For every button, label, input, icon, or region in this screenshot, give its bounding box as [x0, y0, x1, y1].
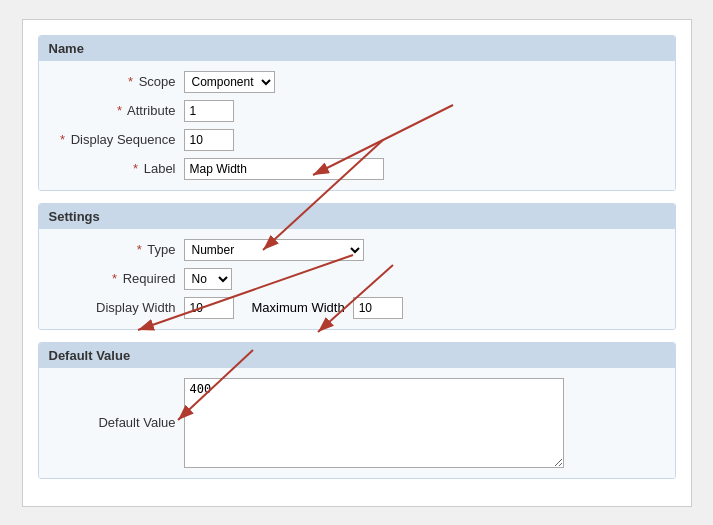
- attribute-required-star: *: [117, 103, 122, 118]
- default-value-row: Default Value 400: [54, 378, 660, 468]
- attribute-row: * Attribute: [54, 100, 660, 122]
- name-section: Name * Scope Component Global * Attribut…: [38, 35, 676, 191]
- display-width-input[interactable]: [184, 297, 234, 319]
- widths-group: Maximum Width: [184, 297, 403, 319]
- label-row: * Label: [54, 158, 660, 180]
- scope-required-star: *: [128, 74, 133, 89]
- name-section-header: Name: [39, 36, 675, 61]
- settings-section-header: Settings: [39, 204, 675, 229]
- type-label: * Type: [54, 242, 184, 257]
- display-sequence-label: * Display Sequence: [54, 132, 184, 147]
- default-value-label: Default Value: [54, 415, 184, 430]
- default-value-section-header: Default Value: [39, 343, 675, 368]
- display-sequence-row: * Display Sequence: [54, 129, 660, 151]
- label-input[interactable]: [184, 158, 384, 180]
- attribute-label: * Attribute: [54, 103, 184, 118]
- settings-section: Settings * Type Number Text Date * Requi…: [38, 203, 676, 330]
- label-label: * Label: [54, 161, 184, 176]
- maximum-width-label: Maximum Width: [252, 300, 345, 315]
- required-label: * Required: [54, 271, 184, 286]
- label-required-star: *: [133, 161, 138, 176]
- type-required-star: *: [137, 242, 142, 257]
- maximum-width-input[interactable]: [353, 297, 403, 319]
- display-width-label: Display Width: [54, 300, 184, 315]
- form-container: Name * Scope Component Global * Attribut…: [22, 19, 692, 507]
- scope-label: * Scope: [54, 74, 184, 89]
- default-value-section: Default Value Default Value 400: [38, 342, 676, 479]
- default-value-textarea[interactable]: 400: [184, 378, 564, 468]
- scope-select[interactable]: Component Global: [184, 71, 275, 93]
- required-required-star: *: [112, 271, 117, 286]
- settings-section-body: * Type Number Text Date * Required No Ye…: [39, 229, 675, 329]
- name-section-body: * Scope Component Global * Attribute *: [39, 61, 675, 190]
- attribute-input[interactable]: [184, 100, 234, 122]
- widths-row: Display Width Maximum Width: [54, 297, 660, 319]
- display-sequence-required-star: *: [60, 132, 65, 147]
- default-value-section-body: Default Value 400: [39, 368, 675, 478]
- type-row: * Type Number Text Date: [54, 239, 660, 261]
- type-select[interactable]: Number Text Date: [184, 239, 364, 261]
- display-sequence-input[interactable]: [184, 129, 234, 151]
- required-select[interactable]: No Yes: [184, 268, 232, 290]
- scope-row: * Scope Component Global: [54, 71, 660, 93]
- required-row: * Required No Yes: [54, 268, 660, 290]
